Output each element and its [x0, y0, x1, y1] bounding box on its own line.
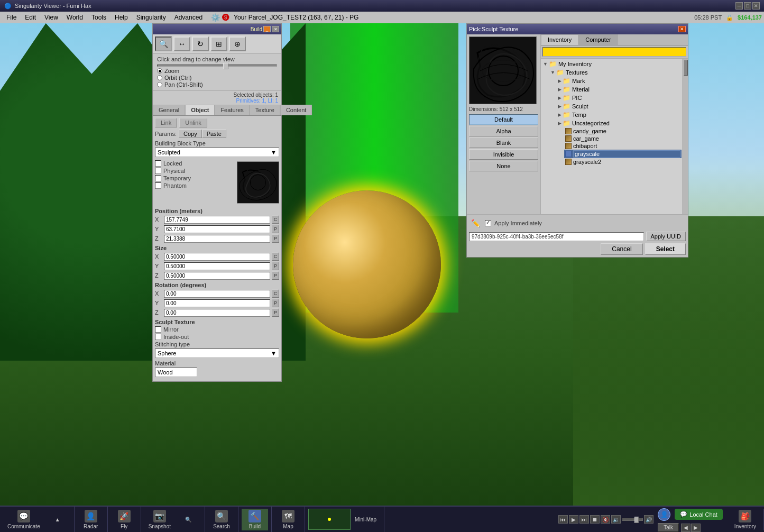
computer-tab[interactable]: Computer	[578, 34, 618, 45]
my-inventory-root[interactable]: ▼ 📁 My Inventory	[542, 60, 682, 68]
menu-advanced[interactable]: Advanced	[170, 13, 207, 22]
move-tool-btn[interactable]: ↔	[173, 36, 190, 51]
mini-map[interactable]	[308, 509, 351, 530]
rot-x-input[interactable]	[164, 290, 270, 298]
textures-folder[interactable]: ▼ 📁 Textures	[549, 68, 682, 77]
blank-button[interactable]: Blank	[469, 137, 538, 148]
sculpt-folder[interactable]: ▶ 📁 Sculpt	[557, 102, 682, 111]
map-button[interactable]: 🗺 Map	[275, 509, 301, 530]
pos-z-input[interactable]	[164, 235, 270, 243]
inv-scrollbar[interactable]	[683, 59, 688, 214]
menu-help[interactable]: Help	[111, 13, 132, 22]
uuid-field[interactable]	[469, 232, 644, 241]
rotate-tool-btn[interactable]: ↻	[192, 36, 209, 51]
pos-x-copy-btn[interactable]: C	[272, 215, 279, 224]
apply-immediately-checkbox[interactable]: ✓	[485, 220, 491, 226]
communicate-button[interactable]: 💬 Communicate	[3, 509, 44, 530]
tab-content[interactable]: Content	[280, 105, 312, 115]
menu-world[interactable]: World	[62, 13, 87, 22]
media-play-btn[interactable]: ▶	[569, 515, 578, 524]
rot-z-paste-btn[interactable]: P	[272, 308, 279, 317]
size-y-input[interactable]	[164, 262, 270, 270]
rot-y-paste-btn[interactable]: P	[272, 299, 279, 307]
grayscale-input[interactable]	[573, 150, 680, 158]
rot-x-copy-btn[interactable]: C	[272, 289, 279, 298]
alpha-button[interactable]: Alpha	[469, 126, 538, 136]
media-stop-btn[interactable]: ⏹	[590, 515, 600, 524]
uncategorized-folder[interactable]: ▶ 📁 Uncategorized	[557, 119, 682, 127]
menu-tools[interactable]: Tools	[87, 13, 111, 22]
radar-button[interactable]: 👤 Radar	[78, 509, 104, 530]
create-tool-btn[interactable]: ⊕	[229, 36, 246, 51]
zoom-slider[interactable]	[157, 65, 277, 67]
orbit-radio[interactable]	[157, 75, 162, 80]
grayscale2-item[interactable]: grayscale2	[564, 158, 682, 166]
physical-checkbox[interactable]	[155, 168, 161, 174]
menu-view[interactable]: View	[40, 13, 62, 22]
size-z-paste-btn[interactable]: P	[272, 271, 279, 280]
candy-game-item[interactable]: candy_game	[564, 127, 682, 135]
snapshot-sub[interactable]: 🔍	[175, 516, 201, 524]
communicate-dropdown[interactable]: ▲	[44, 516, 71, 524]
size-x-input[interactable]	[164, 253, 270, 261]
size-y-paste-btn[interactable]: P	[272, 262, 279, 270]
snapshot-button[interactable]: 📷 Snapshot	[144, 509, 175, 530]
car-game-item[interactable]: car_game	[564, 135, 682, 142]
mark-folder[interactable]: ▶ 📁 Mark	[557, 77, 682, 85]
unlink-button[interactable]: Unlink	[179, 118, 207, 127]
build-panel-minimize[interactable]: _	[263, 26, 271, 32]
grayscale-item[interactable]	[564, 150, 682, 158]
focus-tool-btn[interactable]: 🔍	[155, 36, 172, 51]
pos-y-input[interactable]	[164, 225, 270, 233]
menu-singularity[interactable]: Singularity	[132, 13, 170, 22]
menu-file[interactable]: File	[2, 13, 21, 22]
minimize-button[interactable]: ─	[735, 2, 743, 10]
pos-z-paste-btn[interactable]: P	[272, 234, 279, 243]
scale-tool-btn[interactable]: ⊞	[210, 36, 227, 51]
apply-uuid-button[interactable]: Apply UUID	[646, 232, 686, 241]
tab-object[interactable]: Object	[185, 105, 215, 115]
fly-button[interactable]: 🚀 Fly	[111, 509, 137, 530]
inside-out-checkbox[interactable]	[155, 334, 161, 340]
pic-folder[interactable]: ▶ 📁 PIC	[557, 94, 682, 102]
media-vol-down-btn[interactable]: 🔉	[611, 515, 621, 524]
talk-button[interactable]: Talk	[658, 523, 679, 532]
phantom-checkbox[interactable]	[155, 182, 161, 189]
minimap-label-btn[interactable]: Mini-Map	[351, 516, 381, 524]
inventory-tab[interactable]: Inventory	[541, 34, 578, 45]
build-button[interactable]: 🔨 Build	[242, 509, 268, 530]
pos-x-input[interactable]	[164, 216, 270, 224]
big-texture-preview[interactable]	[469, 36, 537, 104]
pan-radio[interactable]	[157, 82, 162, 87]
chibaport-item[interactable]: chibaport	[564, 142, 682, 150]
rot-z-input[interactable]	[164, 309, 270, 317]
none-button[interactable]: None	[469, 161, 538, 171]
link-button[interactable]: Link	[155, 118, 177, 127]
inventory-button[interactable]: 🎒 Inventory	[730, 509, 760, 530]
default-button[interactable]: Default	[469, 114, 538, 125]
tab-features[interactable]: Features	[215, 105, 249, 115]
menu-edit[interactable]: Edit	[21, 13, 40, 22]
edit-icon[interactable]: ✏️	[469, 217, 482, 230]
invisible-button[interactable]: Invisible	[469, 149, 538, 160]
mirror-checkbox[interactable]	[155, 326, 161, 333]
maximize-button[interactable]: □	[744, 2, 751, 10]
building-block-type-dropdown[interactable]: Sculpted▼	[155, 148, 279, 157]
material-dropdown[interactable]: Wood	[155, 368, 197, 377]
arrow-left-btn[interactable]: ◀	[681, 524, 691, 532]
media-prev-btn[interactable]: ⏮	[558, 515, 568, 524]
cancel-button[interactable]: Cancel	[601, 243, 642, 255]
mterial-folder[interactable]: ▶ 📁 Mterial	[557, 85, 682, 94]
inv-search-input[interactable]	[542, 47, 686, 57]
stitching-type-dropdown[interactable]: Sphere▼	[155, 348, 279, 358]
copy-button[interactable]: Copy	[179, 130, 202, 138]
arrow-right-btn[interactable]: ▶	[691, 524, 701, 532]
volume-slider[interactable]	[622, 518, 643, 521]
paste-button[interactable]: Paste	[202, 130, 226, 138]
size-z-input[interactable]	[164, 272, 270, 280]
search-button[interactable]: 🔍 Search	[208, 509, 235, 530]
media-next-btn[interactable]: ⏭	[579, 515, 589, 524]
tab-texture[interactable]: Texture	[250, 105, 280, 115]
build-panel-close[interactable]: ✕	[272, 26, 279, 32]
local-chat-button[interactable]: 💬 Local Chat	[675, 509, 723, 520]
